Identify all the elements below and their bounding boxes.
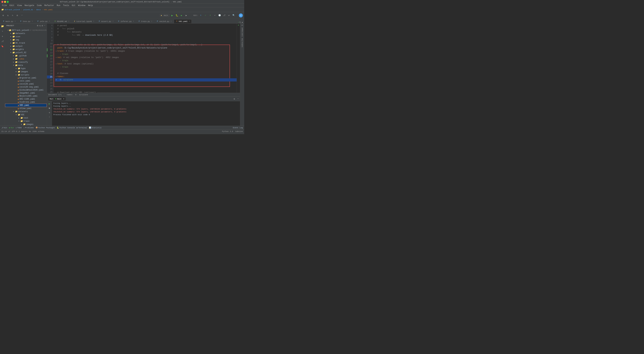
menu-help[interactable]: Help [87,4,94,7]
tree-yolov5-folder[interactable]: ▼ 📁 yolov5_62 [5,51,47,54]
fold-icon-23[interactable] [55,85,57,88]
statusbar-python[interactable]: Python 3.8 [222,130,233,132]
tree-github-folder[interactable]: ▶ 📁 .github [5,54,47,57]
maximize-button[interactable] [7,1,9,3]
tree-minimize-icon[interactable]: − [44,24,46,27]
menu-tools[interactable]: Tools [62,4,70,7]
close-button[interactable] [1,1,3,3]
search-everywhere[interactable]: 🔍 [232,14,236,17]
statusbar-schema[interactable]: No JSON schema [29,130,44,132]
fold-icon-6[interactable] [55,30,57,34]
tree-file-imagenet[interactable]: ▶ ▣ ImageNet.yaml [5,92,47,94]
git-translate[interactable]: ⇄ [227,14,231,17]
tab-close-tutorial[interactable]: × [93,20,94,22]
run-stop-button[interactable]: ■ [48,106,51,110]
run-settings-icon[interactable]: ⚙ [234,98,235,100]
run-close-icon[interactable]: − [237,98,239,100]
menu-code[interactable]: Code [36,4,43,7]
coverage-button[interactable]: ▶ [180,14,184,17]
statusbar-indent[interactable]: 2 spaces [18,130,28,132]
tree-scroll-icon[interactable]: ⇅ [39,24,41,27]
tree-datasets-folder[interactable]: ▶ 📁 datasets [5,32,47,35]
sidebar-icon-project[interactable]: 📁 [0,24,4,28]
tab-close-voc2v5[interactable]: × [170,20,172,22]
git-history[interactable]: 🕐 [218,14,221,17]
fold-icon-20[interactable]: ▼ [55,75,57,78]
tab-train[interactable]: P train.py × [136,19,154,23]
run-filter-button[interactable]: ⚙ [48,111,51,114]
run-scroll-button[interactable]: ↕ [48,115,51,119]
sidebar-icon-commit[interactable]: ✎ [0,29,4,33]
bottombar-run[interactable]: ▶ Run [9,126,14,129]
tree-data-folder[interactable]: ▼ 📁 data [5,64,47,67]
fold-icon-21[interactable]: ▼ [55,78,57,82]
git-commit-btn[interactable]: ✓ [204,14,207,17]
tree-file-visdrone[interactable]: ▶ ▣ VisDrone.yaml [5,100,47,104]
fold-icon-9[interactable] [55,40,57,43]
tab-voc-yaml[interactable]: Y VOC.yaml × [174,19,192,23]
fold-icon-5[interactable] [55,27,57,30]
tree-file-voc-yaml[interactable]: ▶ ▣ VOC.yaml [5,104,47,107]
right-icon-sublime[interactable]: Sublime Chat [241,38,244,48]
profiler-button[interactable]: ▶ [184,14,188,17]
fold-icon-15[interactable] [55,59,57,62]
bottombar-python-console[interactable]: 🐍 Python Console [57,126,75,129]
toolbar-sort[interactable]: ⇅ [6,14,10,17]
tab-version-badge[interactable]: ✓ 5 ▲ [238,21,244,23]
sidebar-icon-pullrequest[interactable]: ⇅ [0,34,4,38]
code-editor[interactable]: # parent # └── yolov5 # └── datasets [54,24,237,93]
user-avatar[interactable]: U [239,14,243,18]
fold-icon-7[interactable] [55,34,57,37]
minimize-button[interactable] [4,1,6,3]
fold-icon-18[interactable] [55,69,57,72]
tab-main-py[interactable]: P main.py × [1,19,18,23]
tree-classify-folder[interactable]: ▶ 📁 classify [5,60,47,64]
statusbar-tabnine[interactable]: tabnine [235,130,243,132]
fold-icon-14[interactable]: ▼ [55,56,57,59]
fold-icon-24[interactable] [55,88,57,91]
run-button[interactable]: ▶ [170,14,174,17]
debug-button[interactable]: 🐛 [175,14,179,17]
fold-icon-10[interactable] [55,43,57,46]
tree-file-globalwheat[interactable]: ▶ ▣ GlobalWheat2020.yaml [5,88,47,92]
breadcrumb-project[interactable]: OCTrack_yolov5 [4,9,20,11]
menu-edit[interactable]: Edit [8,4,16,7]
tab-tutorial[interactable]: J tutorial.ipynb × [72,19,96,23]
toolbar-minimize[interactable]: − [20,14,24,17]
tree-root-folder[interactable]: ▼ 📁 OCTrack_yolov5 D:\lg\BaiduSyncdisk\p… [5,29,47,32]
git-revert[interactable]: ↩ [213,14,217,17]
menu-run[interactable]: Run [55,4,62,7]
tree-weights-folder[interactable]: ▶ 📁 weights [5,48,47,51]
tree-oc-track-folder[interactable]: ▶ 📁 OC_track [5,42,47,44]
toolbar-settings[interactable]: ⚙ [1,14,5,17]
tree-file-objects365[interactable]: ▶ ▣ Objects365.yaml [5,94,47,98]
fold-icon-25[interactable] [55,91,57,93]
tab-voc2v5[interactable]: P voc2v5.py × [154,19,174,23]
tab-close-inferer[interactable]: × [133,20,134,22]
tree-file-xview[interactable]: ▶ ▣ xView.yaml [5,107,47,110]
menu-file[interactable]: File [1,4,8,7]
toolbar-cog2[interactable]: ⚙ [16,14,19,17]
fold-icon-4[interactable] [55,24,57,27]
menu-view[interactable]: View [16,4,23,7]
run-config-badge[interactable]: ▶ main [160,14,170,17]
bottombar-problems[interactable]: ⚠ Problems [23,126,34,129]
git-update[interactable]: ⬇ [199,14,202,17]
tree-train-folder[interactable]: ▼ 📁 train [5,120,47,123]
sidebar-icon-git[interactable]: ⎇ [0,39,4,43]
code-container[interactable]: 4 5 6 7 8 9 10 11 12 13 14 [47,24,240,93]
right-icon-codesnippet[interactable]: Code Snippet [241,27,244,37]
tab-ocsort[interactable]: P ocsort.py × [96,19,116,23]
fold-icon-13[interactable] [55,53,57,56]
fold-icon-17[interactable] [55,66,57,69]
sidebar-icon-bookmarks[interactable]: 🔖 [0,44,4,48]
tree-voc-folder[interactable]: ▼ 📁 VOC [5,113,47,116]
tab-close-main-py[interactable]: × [14,20,16,22]
menu-refactor[interactable]: Refactor [43,4,56,7]
tree-file-sku110k[interactable]: ▶ ▣ SKU-110K.yaml [5,98,47,100]
tab-close-readme[interactable]: × [68,20,69,22]
tab-close-voc-yaml[interactable]: × [189,20,190,22]
run-play-button[interactable]: ▶ [48,102,51,106]
tree-images2-folder[interactable]: ▶ 📁 images [5,123,47,126]
tree-output-folder[interactable]: ▶ 📁 output [5,44,47,48]
